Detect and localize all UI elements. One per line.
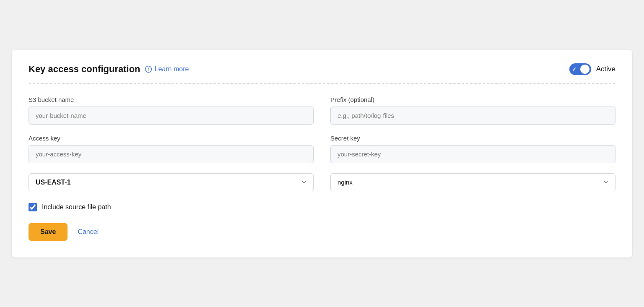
save-button[interactable]: Save [29,223,68,241]
log-format-group: nginx apache iis cloudfront custom [330,173,615,191]
secret-key-input[interactable] [330,145,615,163]
prefix-label: Prefix (optional) [330,96,615,103]
include-source-path-checkbox[interactable] [29,203,37,211]
key-access-configuration-card: Key access configuration Learn more ✓ Ac… [12,50,632,258]
actions-row: Save Cancel [29,223,615,241]
cancel-button[interactable]: Cancel [78,228,99,236]
region-group: US-EAST-1 US-EAST-2 US-WEST-1 US-WEST-2 … [29,173,314,191]
section-divider [29,83,615,84]
active-toggle[interactable]: ✓ [569,63,591,75]
help-icon [145,65,152,73]
log-format-select[interactable]: nginx apache iis cloudfront custom [330,173,615,191]
toggle-checkmark-icon: ✓ [572,66,576,72]
active-label: Active [596,65,615,73]
region-select[interactable]: US-EAST-1 US-EAST-2 US-WEST-1 US-WEST-2 … [29,173,314,191]
header-right: ✓ Active [569,63,615,75]
form-grid: S3 bucket name Prefix (optional) Access … [29,96,615,191]
s3-bucket-input[interactable] [29,107,314,125]
secret-key-group: Secret key [330,135,615,163]
access-key-group: Access key [29,135,314,163]
include-source-path-row: Include source file path [29,203,615,211]
learn-more-label: Learn more [155,65,189,73]
s3-bucket-group: S3 bucket name [29,96,314,125]
access-key-label: Access key [29,135,314,142]
prefix-input[interactable] [330,107,615,125]
access-key-input[interactable] [29,145,314,163]
secret-key-label: Secret key [330,135,615,142]
header-row: Key access configuration Learn more ✓ Ac… [29,63,615,75]
learn-more-link[interactable]: Learn more [145,65,189,73]
include-source-path-label: Include source file path [42,203,111,211]
toggle-slider: ✓ [569,63,591,75]
s3-bucket-label: S3 bucket name [29,96,314,103]
header-left: Key access configuration Learn more [29,64,189,75]
page-title: Key access configuration [29,64,140,75]
prefix-group: Prefix (optional) [330,96,615,125]
